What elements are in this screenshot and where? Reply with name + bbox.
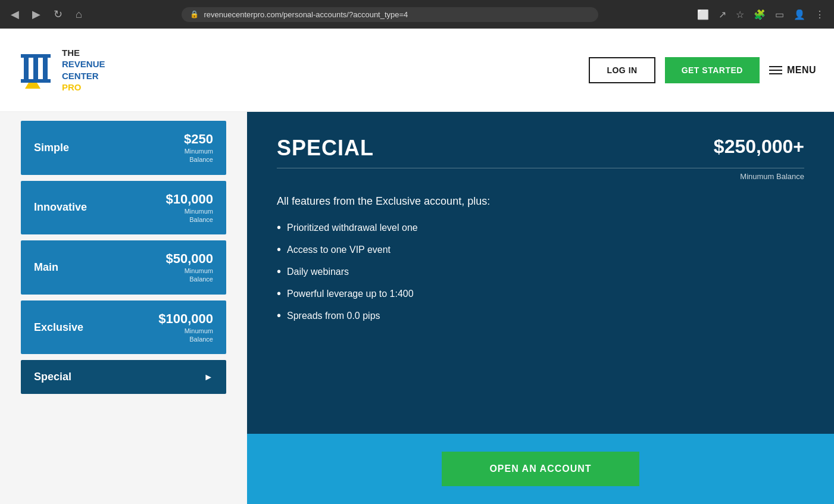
- account-balance-main: $50,000 MinumumBalance: [165, 251, 213, 284]
- account-name-simple: Simple: [34, 142, 69, 154]
- feature-3: Daily webinars: [277, 265, 804, 278]
- menu-button[interactable]: MENU: [769, 65, 816, 76]
- share-icon[interactable]: ↗: [716, 7, 729, 23]
- logo-line-center: CENTER: [62, 70, 105, 82]
- special-min-label: Minumum Balance: [277, 172, 804, 181]
- detail-panel: SPECIAL $250,000+ Minumum Balance All fe…: [247, 112, 834, 504]
- browser-chrome: ◀ ▶ ↻ ⌂ 🔒 revenuecenterpro.com/personal-…: [0, 0, 834, 29]
- special-title: SPECIAL: [277, 136, 374, 161]
- profile-icon[interactable]: 👤: [791, 7, 808, 23]
- logo-area[interactable]: THE REVENUE CENTER PRO: [18, 47, 105, 93]
- svg-rect-3: [43, 58, 48, 79]
- svg-rect-2: [33, 58, 38, 79]
- account-name-exclusive: Exclusive: [34, 321, 83, 334]
- more-icon[interactable]: ⋮: [813, 7, 827, 23]
- account-card-simple[interactable]: Simple $250 MinumumBalance: [21, 121, 226, 175]
- special-features-list: Prioritized withdrawal level one Access …: [277, 221, 804, 323]
- account-label-main: MinumumBalance: [165, 267, 213, 284]
- refresh-button[interactable]: ↻: [50, 5, 66, 23]
- main-content: Simple $250 MinumumBalance Innovative $1…: [0, 112, 834, 504]
- split-view-icon[interactable]: ▭: [773, 7, 786, 23]
- arrow-right-icon: ►: [204, 372, 213, 383]
- logo-line-the: THE: [62, 47, 105, 59]
- account-amount-simple: $250: [184, 132, 213, 147]
- back-button[interactable]: ◀: [7, 5, 23, 23]
- login-button[interactable]: LOG IN: [589, 57, 655, 83]
- logo-line-revenue: REVENUE: [62, 58, 105, 70]
- special-amount: $250,000+: [714, 136, 804, 158]
- url-text: revenuecenterpro.com/personal-accounts/?…: [204, 10, 408, 19]
- feature-1: Prioritized withdrawal level one: [277, 221, 804, 234]
- svg-rect-1: [24, 58, 29, 79]
- hamburger-icon: [769, 66, 782, 74]
- bookmark-icon[interactable]: ☆: [733, 7, 746, 23]
- open-account-button[interactable]: OPEN AN ACCOUNT: [442, 452, 639, 486]
- feature-4: Powerful leverage up to 1:400: [277, 287, 804, 300]
- account-name-main: Main: [34, 261, 58, 274]
- account-card-exclusive[interactable]: Exclusive $100,000 MinumumBalance: [21, 300, 226, 355]
- browser-toolbar: ⬜ ↗ ☆ 🧩 ▭ 👤 ⋮: [695, 7, 827, 23]
- account-amount-exclusive: $100,000: [158, 311, 213, 327]
- feature-5: Spreads from 0.0 pips: [277, 309, 804, 323]
- logo-icon: [18, 49, 54, 91]
- site-header: THE REVENUE CENTER PRO LOG IN GET STARTE…: [0, 29, 834, 112]
- forward-button[interactable]: ▶: [29, 5, 44, 23]
- account-balance-simple: $250 MinumumBalance: [184, 132, 213, 164]
- account-name-special: Special: [34, 371, 71, 383]
- svg-rect-0: [21, 54, 51, 58]
- account-sidebar: Simple $250 MinumumBalance Innovative $1…: [0, 112, 247, 504]
- logo-text: THE REVENUE CENTER PRO: [62, 47, 105, 93]
- account-card-main[interactable]: Main $50,000 MinumumBalance: [21, 240, 226, 295]
- cta-area: OPEN AN ACCOUNT: [247, 434, 834, 504]
- menu-label: MENU: [787, 65, 816, 76]
- account-label-simple: MinumumBalance: [184, 147, 213, 164]
- account-label-innovative: MinumumBalance: [165, 207, 213, 224]
- address-bar[interactable]: 🔒 revenuecenterpro.com/personal-accounts…: [182, 7, 598, 22]
- svg-marker-6: [25, 83, 40, 89]
- special-header: SPECIAL $250,000+: [277, 136, 804, 161]
- account-amount-innovative: $10,000: [165, 192, 213, 207]
- account-balance-exclusive: $100,000 MinumumBalance: [158, 311, 213, 344]
- lock-icon: 🔒: [190, 10, 199, 18]
- account-label-exclusive: MinumumBalance: [158, 327, 213, 344]
- account-card-innovative[interactable]: Innovative $10,000 MinumumBalance: [21, 181, 226, 235]
- svg-rect-4: [21, 79, 51, 83]
- extensions-icon[interactable]: 🧩: [751, 7, 768, 23]
- get-started-button[interactable]: GET STARTED: [665, 57, 760, 83]
- header-nav: LOG IN GET STARTED MENU: [589, 57, 816, 83]
- logo-line-pro: PRO: [62, 82, 105, 93]
- special-subtitle: All features from the Exclusive account,…: [277, 195, 804, 208]
- home-button[interactable]: ⌂: [72, 6, 86, 23]
- special-divider: [277, 168, 804, 168]
- special-detail: SPECIAL $250,000+ Minumum Balance All fe…: [247, 112, 834, 434]
- account-card-special[interactable]: Special ►: [21, 360, 226, 394]
- screenshot-icon[interactable]: ⬜: [695, 7, 711, 23]
- account-name-innovative: Innovative: [34, 201, 87, 214]
- account-amount-main: $50,000: [165, 251, 213, 267]
- feature-2: Access to one VIP event: [277, 243, 804, 256]
- account-balance-innovative: $10,000 MinumumBalance: [165, 192, 213, 224]
